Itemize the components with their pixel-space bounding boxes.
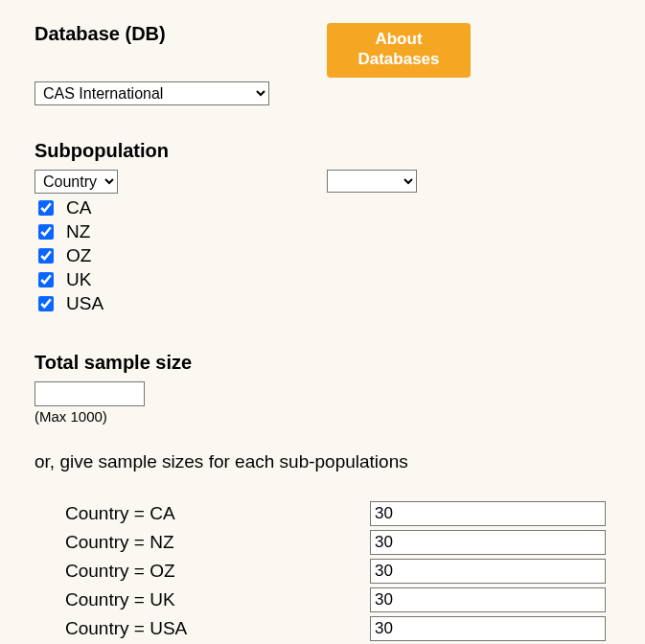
- database-heading: Database (DB): [35, 23, 327, 45]
- subpop-item-oz: OZ: [35, 245, 327, 266]
- subpop-item-uk: UK: [35, 269, 327, 290]
- subpop-label-oz: OZ: [66, 245, 91, 266]
- subpop-checkbox-oz[interactable]: [38, 248, 54, 264]
- table-row: Country = NZ: [35, 530, 610, 555]
- subpop-size-label-uk: Country = UK: [35, 589, 370, 610]
- subpopulation-heading: Subpopulation: [35, 140, 610, 162]
- subpop-size-input-nz[interactable]: [370, 530, 606, 555]
- subpop-size-label-ca: Country = CA: [35, 503, 370, 524]
- subpop-size-label-usa: Country = USA: [35, 618, 370, 639]
- about-databases-button[interactable]: About Databases: [327, 23, 471, 78]
- subpop-label-nz: NZ: [66, 221, 90, 242]
- subpop-label-ca: CA: [66, 197, 91, 218]
- subpop-checkbox-usa[interactable]: [38, 296, 54, 311]
- or-instruction-text: or, give sample sizes for each sub-popul…: [35, 451, 610, 472]
- subpop-sample-size-table: Country = CA Country = NZ Country = OZ C…: [35, 501, 610, 641]
- subpop-item-ca: CA: [35, 197, 327, 218]
- subpop-item-usa: USA: [35, 293, 327, 314]
- total-sample-size-input[interactable]: [35, 381, 145, 406]
- subpopulation-checkbox-list: CA NZ OZ UK: [35, 197, 327, 314]
- subpop-checkbox-nz[interactable]: [38, 224, 54, 240]
- subpop-size-label-nz: Country = NZ: [35, 532, 370, 553]
- subpop-checkbox-uk[interactable]: [38, 272, 54, 288]
- subpop-label-usa: USA: [66, 293, 104, 314]
- subpop-size-input-oz[interactable]: [370, 559, 606, 584]
- subpop-size-label-oz: Country = OZ: [35, 561, 370, 582]
- about-databases-line1: About: [375, 30, 422, 48]
- table-row: Country = OZ: [35, 559, 610, 584]
- table-row: Country = UK: [35, 587, 610, 612]
- subpop-item-nz: NZ: [35, 221, 327, 242]
- about-databases-line2: Databases: [357, 50, 439, 68]
- subpop-size-input-uk[interactable]: [370, 587, 606, 612]
- subpopulation-secondary-select[interactable]: [327, 170, 417, 193]
- total-sample-size-heading: Total sample size: [35, 352, 610, 374]
- table-row: Country = USA: [35, 616, 610, 641]
- subpop-label-uk: UK: [66, 269, 91, 290]
- subpop-checkbox-ca[interactable]: [38, 200, 54, 216]
- subpop-size-input-ca[interactable]: [370, 501, 606, 526]
- subpopulation-type-select[interactable]: Country: [35, 170, 118, 194]
- subpop-size-input-usa[interactable]: [370, 616, 606, 641]
- database-select[interactable]: CAS International: [35, 81, 269, 105]
- total-sample-size-hint: (Max 1000): [35, 408, 610, 425]
- table-row: Country = CA: [35, 501, 610, 526]
